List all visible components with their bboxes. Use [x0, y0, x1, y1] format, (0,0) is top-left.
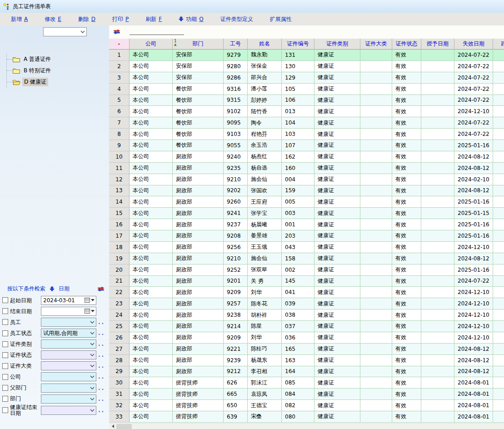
table-row[interactable]: 13本公司厨政部9202张国欢159健康证有效2024-08-12 — [109, 185, 504, 197]
column-header-3[interactable]: 工号 — [224, 39, 248, 50]
chevron-down-icon[interactable] — [90, 343, 95, 345]
table-row[interactable]: 16本公司厨政部9237杨晨曦001健康证有效2025-01-16 — [109, 219, 504, 230]
combo-employee[interactable] — [41, 318, 96, 327]
combo-cert-bigclass[interactable] — [41, 361, 96, 370]
table-row[interactable]: 17本公司厨政部9208姜景雄203健康证有效2025-01-16 — [109, 230, 504, 242]
table-row[interactable]: 31本公司搓背技师665袁琼凤084健康证有效2024-08-01 — [109, 389, 504, 400]
checkbox-dept[interactable] — [2, 396, 8, 402]
swap-columns-icon[interactable] — [97, 286, 105, 292]
toolbar-button-function[interactable]: 功能O — [179, 15, 203, 23]
table-row[interactable]: 19本公司厨政部9210施会仙158健康证有效2024-08-12 — [109, 253, 504, 264]
cert-type-filter-combo[interactable] — [43, 27, 87, 36]
table-row[interactable]: 1本公司安保部9279魏永勤131健康证有效2024-07-22 — [109, 50, 504, 61]
tree-item-a[interactable]: A 普通证件 — [7, 54, 53, 65]
calendar-icon[interactable] — [85, 298, 95, 303]
checkbox-employee[interactable] — [2, 319, 8, 325]
column-header-1[interactable]: 公司 — [130, 39, 173, 50]
toolbar-button-extended-props[interactable]: 扩展属性 — [270, 15, 292, 23]
chevron-down-icon[interactable] — [90, 321, 95, 324]
tree-item-b[interactable]: B 特别证件 — [7, 65, 53, 76]
combo-health-cert-end-date[interactable] — [41, 406, 96, 415]
table-row[interactable]: 32本公司搓背技师650王德宝082健康证有效2024-08-01 — [109, 400, 504, 411]
table-row[interactable]: 11本公司厨政部9235杨自选160健康证有效2024-08-12 — [109, 163, 504, 174]
checkbox-start-date[interactable] — [2, 297, 8, 303]
column-header-9[interactable]: 授予日期 — [421, 39, 454, 50]
swap-columns-icon[interactable] — [113, 29, 120, 35]
combo-dept[interactable] — [41, 394, 96, 404]
date-input-start-date[interactable]: 2024-03-01 — [41, 296, 96, 305]
table-row[interactable]: 12本公司厨政部9210施会仙004健康证有效2024-02-10 — [109, 174, 504, 185]
column-header-0[interactable]: - — [109, 39, 130, 50]
table-row[interactable]: 29本公司厨政部9212李召相164健康证有效2024-08-12 — [109, 366, 504, 378]
toolbar-button-print[interactable]: 打印P — [112, 15, 129, 23]
table-row[interactable]: 26本公司厨政部9209刘华036健康证有效2024-12-10 — [109, 332, 504, 344]
checkbox-company[interactable] — [2, 374, 8, 380]
chevron-down-icon[interactable] — [90, 332, 95, 334]
table-row[interactable]: 21本公司厨政部9201关 勇145健康证有效2024-07-22 — [109, 276, 504, 287]
combo-parent-dept[interactable] — [41, 384, 96, 393]
table-row[interactable]: 8本公司餐饮部9103程艳芬103健康证有效2024-07-22 — [109, 129, 504, 140]
browse-dots[interactable]: .. — [98, 396, 105, 402]
toolbar-button-refresh[interactable]: 刷新F — [145, 15, 162, 23]
chevron-down-icon[interactable] — [90, 387, 95, 389]
checkbox-cert-status[interactable] — [2, 352, 8, 358]
table-row[interactable]: 24本公司厨政部9238胡朴祥038健康证有效2024-12-10 — [109, 309, 504, 321]
browse-dots[interactable]: .. — [98, 330, 105, 336]
combo-employee-status[interactable]: 试用期,合同期 — [41, 329, 96, 338]
table-row[interactable]: 27本公司厨政部9221陈桂巧165健康证有效2024-08-12 — [109, 344, 504, 355]
chevron-down-icon[interactable] — [90, 375, 95, 378]
combo-company[interactable] — [41, 372, 96, 381]
table-row[interactable]: 15本公司厨政部9241张学宝003健康证有效2025-01-15 — [109, 208, 504, 219]
browse-dots[interactable]: .. — [98, 319, 105, 325]
column-header-2[interactable]: 部门1▲ — [173, 39, 224, 50]
chevron-down-icon[interactable] — [90, 409, 95, 412]
table-row[interactable]: 23本公司厨政部9257陈冬花039健康证有效2024-12-10 — [109, 298, 504, 309]
toolbar-button-cert-type-define[interactable]: 证件类型定义 — [220, 15, 253, 23]
browse-dots[interactable]: .. — [98, 341, 105, 347]
table-row[interactable]: 7本公司餐饮部9095陶令104健康证有效2024-07-22 — [109, 117, 504, 129]
table-row[interactable]: 9本公司餐饮部9055余玉浩107健康证有效2025-01-16 — [109, 140, 504, 151]
scrollbar-thumb[interactable] — [116, 424, 132, 429]
checkbox-cert-bigclass[interactable] — [2, 363, 8, 369]
calendar-icon[interactable] — [85, 309, 95, 314]
column-header-10[interactable]: 失效日期 — [454, 39, 493, 50]
browse-dots[interactable]: .. — [98, 352, 105, 358]
browse-dots[interactable]: .. — [98, 363, 105, 369]
filter-date-label[interactable]: 日期 — [59, 285, 70, 293]
column-header-5[interactable]: 证件编号 — [282, 39, 314, 50]
scroll-left-icon[interactable] — [109, 424, 116, 429]
checkbox-parent-dept[interactable] — [2, 385, 8, 391]
quick-search-input[interactable] — [130, 26, 184, 35]
column-header-8[interactable]: 证件状态 — [392, 39, 421, 50]
chevron-down-icon[interactable] — [90, 364, 95, 367]
table-row[interactable]: 10本公司厨政部9240杨焘红162健康证有效2024-08-12 — [109, 151, 504, 163]
toolbar-button-delete[interactable]: 删除D — [78, 15, 95, 23]
horizontal-scrollbar[interactable] — [109, 423, 504, 429]
checkbox-end-date[interactable] — [2, 308, 8, 314]
combo-cert-class[interactable] — [41, 339, 96, 349]
browse-dots[interactable]: .. — [98, 385, 105, 391]
date-input-end-date[interactable] — [41, 307, 96, 316]
toolbar-button-edit[interactable]: 修改E — [45, 15, 61, 23]
table-row[interactable]: 2本公司安保部9280张保金130健康证有效2024-07-22 — [109, 61, 504, 72]
table-row[interactable]: 3本公司安保部9286邵兴合129健康证有效2024-07-22 — [109, 72, 504, 84]
chevron-down-icon[interactable] — [90, 354, 95, 356]
toolbar-button-add[interactable]: 新增A — [11, 15, 28, 23]
table-row[interactable]: 28本公司厨政部9239杨晟东163健康证有效2024-08-12 — [109, 355, 504, 366]
table-row[interactable]: 20本公司厨政部9252张双翠002健康证有效2025-01-16 — [109, 264, 504, 276]
table-row[interactable]: 18本公司厨政部9256王玉饿043健康证有效2024-12-10 — [109, 242, 504, 253]
column-header-7[interactable]: 证件大类 — [360, 39, 392, 50]
column-header-4[interactable]: 姓名 — [248, 39, 282, 50]
column-header-6[interactable]: 证件类别 — [314, 39, 360, 50]
chevron-down-icon[interactable] — [90, 398, 95, 400]
table-row[interactable]: 33本公司搓背技师639宋叠080健康证有效2024-08-01 — [109, 411, 504, 423]
combo-cert-status[interactable] — [41, 350, 96, 359]
checkbox-health-cert-end-date[interactable] — [2, 407, 8, 413]
table-row[interactable]: 22本公司厨政部9209刘华041健康证有效2024-12-10 — [109, 287, 504, 298]
table-row[interactable]: 6本公司餐饮部9102陆竹香013健康证有效2024-12-10 — [109, 106, 504, 117]
tree-item-d[interactable]: D 健康证 — [7, 76, 53, 88]
table-row[interactable]: 4本公司餐饮部9316潘小莲105健康证有效2024-07-22 — [109, 84, 504, 95]
table-row[interactable]: 14本公司厨政部9260王应府005健康证有效2025-01-16 — [109, 196, 504, 208]
checkbox-cert-class[interactable] — [2, 341, 8, 347]
browse-dots[interactable]: .. — [98, 407, 105, 414]
